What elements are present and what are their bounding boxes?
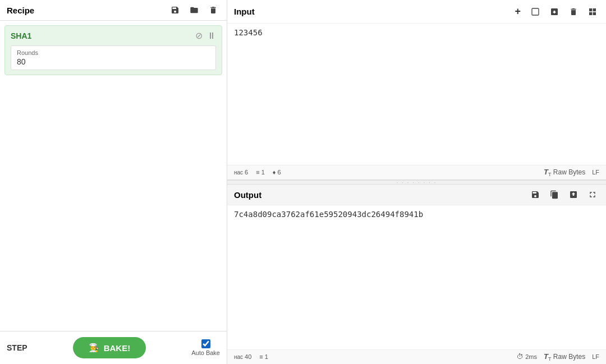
rounds-label: Rounds	[17, 49, 210, 56]
copy-output-button[interactable]	[548, 189, 561, 200]
output-char-label: нас	[234, 354, 243, 360]
bake-button[interactable]: 👨‍🍳 BAKE!	[73, 337, 146, 358]
save-output-icon	[531, 190, 540, 199]
folder-icon	[190, 6, 199, 15]
save-recipe-button[interactable]	[168, 4, 182, 16]
left-footer: STEP 👨‍🍳 BAKE! Auto Bake	[0, 331, 227, 364]
output-status-left: нас 40 ≡ 1	[234, 353, 268, 360]
auto-bake-container: Auto Bake	[191, 339, 220, 356]
input-line-count: ≡ 1	[256, 169, 265, 176]
output-header-actions	[529, 189, 599, 200]
input-section: Input +	[227, 0, 606, 180]
recipe-header-actions	[168, 4, 220, 16]
output-text: 7c4a8d09ca3762af61e59520943dc26494f8941b	[234, 210, 423, 219]
char-label: нас	[234, 169, 243, 176]
sha1-block-actions: ⊘ ⏸	[195, 30, 216, 41]
layout-button[interactable]	[586, 6, 599, 17]
input-status-bar: нас 6 ≡ 1 ♦ 6 TT Raw Bytes	[227, 165, 606, 179]
svg-rect-0	[532, 8, 539, 15]
output-header: Output	[227, 185, 606, 205]
newline-label[interactable]: LF	[592, 169, 599, 176]
recipe-header: Recipe	[0, 0, 227, 21]
import-icon	[550, 7, 559, 16]
copy-icon	[550, 190, 559, 199]
open-file-button[interactable]	[529, 6, 542, 17]
save-output-button[interactable]	[529, 189, 542, 200]
output-time: ⏱ 2ms	[517, 353, 537, 361]
recipe-content: SHA1 ⊘ ⏸ Rounds 80	[0, 21, 227, 331]
expand-icon	[588, 190, 597, 199]
panel-divider[interactable]: · · · · · · · ·	[227, 180, 606, 185]
open-file-icon	[531, 7, 540, 16]
pin-count-value: 6	[277, 169, 281, 176]
auto-bake-checkbox[interactable]	[201, 339, 210, 348]
import-button[interactable]	[548, 6, 561, 17]
output-status-right: ⏱ 2ms TT Raw Bytes LF	[517, 352, 599, 362]
input-header: Input +	[227, 0, 606, 24]
send-to-input-button[interactable]	[567, 189, 580, 200]
disable-icon[interactable]: ⊘	[195, 30, 203, 41]
output-char-count: нас 40	[234, 353, 251, 360]
recipe-title: Recipe	[7, 6, 34, 15]
pause-icon[interactable]: ⏸	[207, 31, 216, 41]
save-icon	[171, 6, 180, 15]
add-input-button[interactable]: +	[512, 4, 523, 19]
delete-recipe-button[interactable]	[206, 4, 220, 16]
bake-label: BAKE!	[104, 343, 131, 353]
left-panel: Recipe	[0, 0, 227, 364]
output-title: Output	[234, 190, 261, 200]
char-count-value: 6	[245, 169, 248, 176]
input-text: 123456	[234, 28, 263, 37]
input-char-count: нас 6	[234, 169, 248, 176]
upload-icon	[569, 190, 578, 199]
delete-input-button[interactable]	[567, 6, 580, 17]
input-status-left: нас 6 ≡ 1 ♦ 6	[234, 169, 281, 176]
plus-icon: +	[515, 6, 521, 17]
input-pin-count: ♦ 6	[273, 169, 281, 176]
sha1-title: SHA1	[11, 31, 31, 40]
output-text-format-label[interactable]: TT Raw Bytes	[544, 352, 585, 362]
line-count-value: 1	[261, 169, 265, 176]
output-status-bar: нас 40 ≡ 1 ⏱ 2ms TT Raw Bytes	[227, 349, 606, 364]
text-format-label[interactable]: TT Raw Bytes	[544, 168, 585, 177]
auto-bake-label: Auto Bake	[191, 349, 220, 356]
chef-icon: 👨‍🍳	[89, 343, 99, 353]
trash-icon	[209, 6, 218, 15]
output-char-count-value: 40	[245, 353, 251, 360]
sha1-block-header: SHA1 ⊘ ⏸	[11, 30, 216, 41]
rounds-value[interactable]: 80	[17, 57, 210, 66]
expand-output-button[interactable]	[586, 189, 599, 200]
input-status-right: TT Raw Bytes LF	[544, 168, 599, 177]
input-header-actions: +	[512, 4, 599, 19]
clock-icon: ⏱	[517, 353, 524, 361]
step-label: STEP	[7, 343, 27, 352]
pin-icon: ♦	[273, 169, 276, 176]
sha1-block: SHA1 ⊘ ⏸ Rounds 80	[4, 25, 222, 75]
rounds-box: Rounds 80	[11, 45, 216, 70]
output-line-count-value: 1	[265, 353, 268, 360]
output-newline-label[interactable]: LF	[592, 353, 599, 360]
input-content-area[interactable]: 123456	[227, 24, 606, 165]
input-title: Input	[234, 7, 255, 16]
output-content-area: 7c4a8d09ca3762af61e59520943dc26494f8941b	[227, 205, 606, 349]
output-line-icon: ≡	[259, 353, 263, 360]
grid-icon	[588, 7, 597, 16]
output-section: Output	[227, 185, 606, 364]
open-recipe-button[interactable]	[187, 4, 201, 16]
line-icon: ≡	[256, 169, 259, 176]
delete-input-icon	[569, 7, 578, 16]
output-line-count: ≡ 1	[259, 353, 268, 360]
right-panel: Input +	[227, 0, 606, 364]
